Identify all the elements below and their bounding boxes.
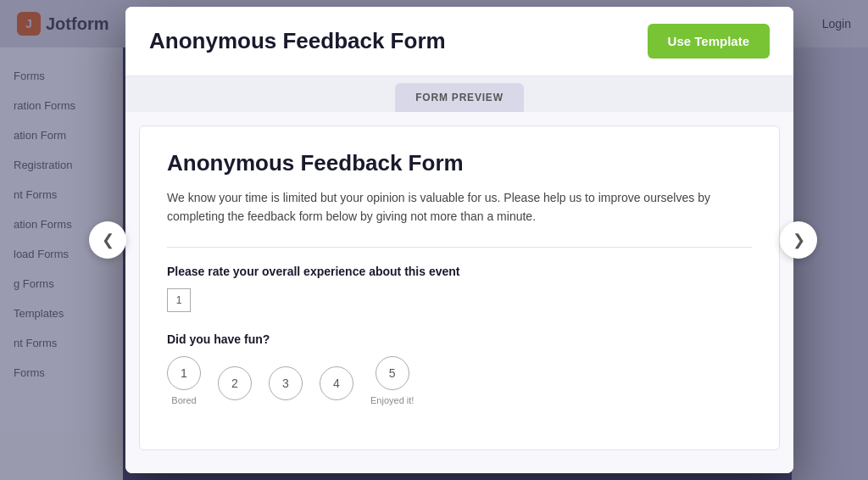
right-background (792, 47, 868, 480)
sidebar-item: Templates (0, 299, 123, 328)
rating-circle-5[interactable]: 5 (376, 356, 409, 390)
sidebar-item: ation Form (0, 120, 123, 150)
sidebar-item: Registration (0, 150, 123, 180)
prev-button[interactable]: ❮ (89, 221, 126, 259)
rating-circle-1[interactable]: 1 (167, 356, 201, 390)
modal: Anonymous Feedback Form Use Template FOR… (125, 7, 793, 473)
field-label-fun: Did you have fun? (167, 332, 752, 346)
field-fun: Did you have fun? 1 Bored 2 (167, 332, 752, 405)
field-label-experience: Please rate your overall experience abou… (167, 265, 752, 278)
logo-icon: J (17, 12, 41, 36)
form-preview-card: Anonymous Feedback Form We know your tim… (139, 126, 780, 450)
sidebar-item: g Forms (0, 269, 123, 299)
rating-option-5[interactable]: 5 Enjoyed it! (370, 356, 414, 405)
rating-circle-4[interactable]: 4 (320, 366, 353, 400)
logo-text: Jotform (46, 14, 108, 34)
next-button[interactable]: ❯ (780, 221, 817, 259)
sidebar-item: Forms (0, 61, 123, 91)
form-divider (167, 247, 752, 248)
rating-option-2[interactable]: 2 (218, 366, 252, 405)
sidebar-item: Forms (0, 358, 123, 388)
rating-value-2: 2 (231, 377, 238, 390)
fun-rating-group: 1 Bored 2 3 (167, 356, 752, 405)
rating-option-3[interactable]: 3 (269, 366, 303, 405)
logo: J Jotform (17, 12, 108, 36)
form-description: We know your time is limited but your op… (167, 188, 752, 226)
rating-value-4: 4 (333, 377, 340, 390)
modal-title: Anonymous Feedback Form (149, 28, 446, 54)
use-template-button[interactable]: Use Template (648, 24, 770, 59)
rating-value-3: 3 (282, 377, 289, 390)
rating-label-5: Enjoyed it! (370, 395, 414, 405)
chevron-left-icon: ❮ (102, 231, 114, 249)
rating-option-4[interactable]: 4 (320, 366, 353, 405)
modal-body: Anonymous Feedback Form We know your tim… (125, 112, 793, 473)
rating-value-5: 5 (389, 366, 396, 380)
tab-bar: FORM PREVIEW (125, 76, 793, 112)
rating-option-1[interactable]: 1 Bored (167, 356, 201, 405)
chevron-right-icon: ❯ (793, 231, 805, 249)
form-title: Anonymous Feedback Form (167, 150, 752, 176)
tab-form-preview[interactable]: FORM PREVIEW (395, 83, 524, 112)
rating-box[interactable]: 1 (167, 288, 191, 312)
rating-circle-3[interactable]: 3 (269, 366, 303, 400)
field-overall-experience: Please rate your overall experience abou… (167, 265, 752, 312)
rating-value-1: 1 (181, 366, 187, 380)
rating-label-1: Bored (171, 395, 196, 405)
modal-header: Anonymous Feedback Form Use Template (125, 7, 793, 76)
rating-circle-2[interactable]: 2 (218, 366, 252, 400)
login-button[interactable]: Login (822, 17, 851, 31)
sidebar-item: ration Forms (0, 91, 123, 120)
sidebar-background: Forms ration Forms ation Form Registrati… (0, 47, 123, 480)
sidebar-item: nt Forms (0, 180, 123, 209)
sidebar-item: nt Forms (0, 328, 123, 358)
